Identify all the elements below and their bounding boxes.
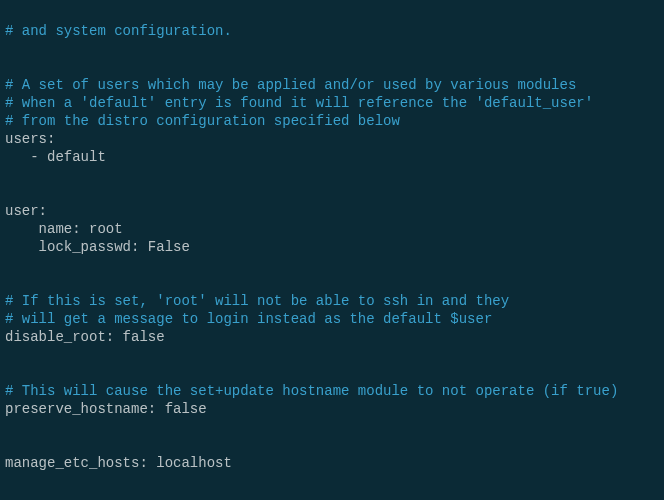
comment-line: # If this is set, 'root' will not be abl… — [5, 293, 509, 309]
blank-line — [5, 418, 659, 436]
comment-line: # when a 'default' entry is found it wil… — [5, 95, 593, 111]
comment-line: # This will cause the set+update hostnam… — [5, 383, 618, 399]
config-file-view: # and system configuration. # A set of u… — [0, 0, 664, 500]
yaml-list-item: - default — [5, 149, 106, 165]
blank-line — [5, 346, 659, 364]
comment-line: # and system configuration. — [5, 23, 232, 39]
yaml-kv-lock-passwd: lock_passwd: False — [5, 239, 190, 255]
blank-line — [5, 166, 659, 184]
comment-line: # from the distro configuration specifie… — [5, 113, 400, 129]
yaml-kv-name: name: root — [5, 221, 123, 237]
blank-line — [5, 256, 659, 274]
blank-line — [5, 472, 659, 490]
comment-line: # A set of users which may be applied an… — [5, 77, 576, 93]
comment-line: # will get a message to login instead as… — [5, 311, 492, 327]
yaml-key-users: users: — [5, 131, 55, 147]
yaml-kv-preserve-hostname: preserve_hostname: false — [5, 401, 207, 417]
yaml-kv-disable-root: disable_root: false — [5, 329, 165, 345]
blank-line — [5, 40, 659, 58]
yaml-kv-manage-etc-hosts: manage_etc_hosts: localhost — [5, 455, 232, 471]
yaml-key-user: user: — [5, 203, 47, 219]
